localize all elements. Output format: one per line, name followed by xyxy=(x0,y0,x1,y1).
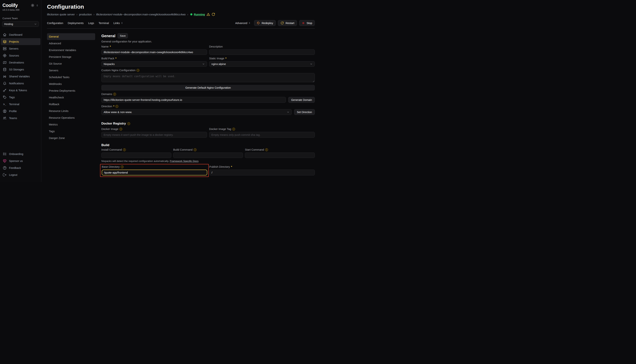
section-title: General xyxy=(101,34,115,38)
tab-logs[interactable]: Logs xyxy=(88,22,94,24)
sidebar-item-projects[interactable]: Projects xyxy=(1,38,41,45)
subnav-environment-variables[interactable]: Environment Variables xyxy=(47,47,95,54)
subnav-persistent-storage[interactable]: Persistent Storage xyxy=(47,54,95,60)
name-input[interactable] xyxy=(101,50,207,55)
team-select[interactable]: Hosting xyxy=(2,21,39,27)
subnav-tags[interactable]: Tags xyxy=(47,128,95,135)
docker-image-tag-input[interactable] xyxy=(209,132,315,138)
sidebar-item-label: Keys & Tokens xyxy=(9,89,27,92)
subnav-scheduled-tasks[interactable]: Scheduled Tasks xyxy=(47,74,95,80)
subnav-git-source[interactable]: Git Source xyxy=(47,60,95,67)
info-icon xyxy=(232,128,235,130)
sidebar-item-teams[interactable]: Teams xyxy=(1,114,41,122)
user-circle-icon xyxy=(3,109,7,113)
subnav-danger-zone[interactable]: Danger Zone xyxy=(47,135,95,142)
sidebar-item-onboarding[interactable]: Onboarding xyxy=(1,150,41,158)
direction-label: Direction* xyxy=(101,105,315,108)
save-button[interactable]: Save xyxy=(118,33,128,38)
publish-directory-input[interactable] xyxy=(209,170,315,176)
build-pack-select[interactable]: Nixpacks xyxy=(101,61,207,67)
theme-select-chevron-icon[interactable] xyxy=(36,4,39,7)
status: Running xyxy=(190,12,215,16)
sidebar-item-sources[interactable]: Sources xyxy=(1,52,41,59)
nixpacks-note: Nixpacks will detect the required config… xyxy=(101,160,315,162)
theme-toggle-sun-icon[interactable] xyxy=(31,4,34,7)
refresh-icon[interactable] xyxy=(211,12,215,16)
build-heading: Build xyxy=(101,143,315,147)
advanced-menu[interactable]: Advanced xyxy=(235,22,251,24)
build-command-input[interactable] xyxy=(173,152,243,158)
subnav-preview-deployments[interactable]: Preview Deployments xyxy=(47,87,95,94)
general-form: General Save General configuration for y… xyxy=(95,33,315,177)
breadcrumb-application[interactable]: illicitestonion/-module--decomposition:m… xyxy=(96,13,186,16)
info-icon xyxy=(123,148,126,151)
static-image-value: nginx:alpine xyxy=(211,62,226,66)
chevron-right-icon: › xyxy=(77,13,78,16)
home-icon xyxy=(3,33,7,37)
sidebar-item-keys-tokens[interactable]: Keys & Tokens xyxy=(1,87,41,94)
info-icon xyxy=(115,105,118,108)
sidebar-item-profile[interactable]: Profile xyxy=(1,108,41,114)
framework-docs-link[interactable]: Framework Specific Docs xyxy=(170,160,198,162)
subnav-resource-limits[interactable]: Resource Limits xyxy=(47,108,95,114)
subnav-webhooks[interactable]: Webhooks xyxy=(47,80,95,87)
generate-domain-button[interactable]: Generate Domain xyxy=(288,97,315,103)
chevron-down-icon xyxy=(310,63,313,65)
start-command-input[interactable] xyxy=(245,152,315,158)
subnav-advanced[interactable]: Advanced xyxy=(47,40,95,47)
coolify-app: Coolify v4.0.0-beta.399 Current Team Hos… xyxy=(0,0,318,182)
sidebar-item-destinations[interactable]: Destinations xyxy=(1,59,41,66)
sidebar-nav: Dashboard Projects Servers Sources Desti… xyxy=(0,31,41,122)
users-icon xyxy=(3,116,7,120)
checklist-icon xyxy=(3,152,7,156)
subnav-rollback[interactable]: Rollback xyxy=(47,101,95,108)
docker-image-tag-label: Docker Image Tag xyxy=(209,128,315,130)
build-pack-value: Nixpacks xyxy=(104,62,115,66)
set-direction-button[interactable]: Set Direction xyxy=(294,109,315,115)
subnav-general[interactable]: General xyxy=(47,33,95,40)
subnav-healthcheck[interactable]: Healthcheck xyxy=(47,94,95,101)
advanced-label: Advanced xyxy=(235,22,248,24)
sidebar-item-sponsor[interactable]: Sponsor us xyxy=(1,158,41,164)
tab-terminal[interactable]: Terminal xyxy=(99,22,109,24)
sidebar-item-tags[interactable]: Tags xyxy=(1,94,41,101)
sidebar-item-notifications[interactable]: Notifications xyxy=(1,80,41,87)
restart-button[interactable]: Restart xyxy=(278,20,297,26)
static-image-select[interactable]: nginx:alpine xyxy=(209,61,315,67)
heart-icon xyxy=(3,159,7,163)
stop-button[interactable]: Stop xyxy=(299,20,315,26)
sidebar-item-dashboard[interactable]: Dashboard xyxy=(1,31,41,38)
sidebar-item-servers[interactable]: Servers xyxy=(1,45,41,52)
sidebar-item-logout[interactable]: Logout xyxy=(1,171,41,178)
sidebar-item-terminal[interactable]: Terminal xyxy=(1,101,41,108)
subnav-servers[interactable]: Servers xyxy=(47,67,95,74)
docker-registry-heading: Docker Registry xyxy=(101,122,315,126)
map-icon xyxy=(3,60,7,64)
docker-image-input[interactable] xyxy=(101,132,207,138)
start-command-label: Start Command xyxy=(245,148,315,151)
tab-links[interactable]: Links xyxy=(113,22,123,24)
description-input[interactable] xyxy=(209,50,315,55)
base-directory-input[interactable] xyxy=(102,170,207,176)
install-command-input[interactable] xyxy=(101,152,171,158)
custom-nginx-textarea[interactable] xyxy=(101,73,315,82)
generate-nginx-button[interactable]: Generate Default Nginx Configuration xyxy=(101,85,315,90)
tab-links-label: Links xyxy=(113,22,120,24)
sidebar-item-feedback[interactable]: Feedback xyxy=(1,164,41,171)
tab-deployments[interactable]: Deployments xyxy=(68,22,84,24)
breadcrumb-project[interactable]: illicitonion quote server xyxy=(47,13,75,16)
section-subtitle: General configuration for your applicati… xyxy=(101,40,315,43)
domains-input[interactable] xyxy=(101,97,286,103)
status-running-link[interactable]: Running xyxy=(194,13,205,16)
sidebar-item-shared-variables[interactable]: Shared Variables xyxy=(1,73,41,80)
sidebar-item-s3-storages[interactable]: S3 Storages xyxy=(1,66,41,73)
redeploy-button[interactable]: Redeploy xyxy=(254,20,276,26)
stop-icon xyxy=(302,22,305,24)
subnav-resource-operations[interactable]: Resource Operations xyxy=(47,114,95,121)
tab-configuration[interactable]: Configuration xyxy=(47,22,63,24)
breadcrumb: illicitonion quote server › production ›… xyxy=(47,12,315,16)
direction-select[interactable]: Allow www & non-www. xyxy=(101,109,292,115)
breadcrumb-environment[interactable]: production xyxy=(79,13,92,16)
sidebar-item-label: Sources xyxy=(9,54,19,57)
subnav-metrics[interactable]: Metrics xyxy=(47,121,95,128)
